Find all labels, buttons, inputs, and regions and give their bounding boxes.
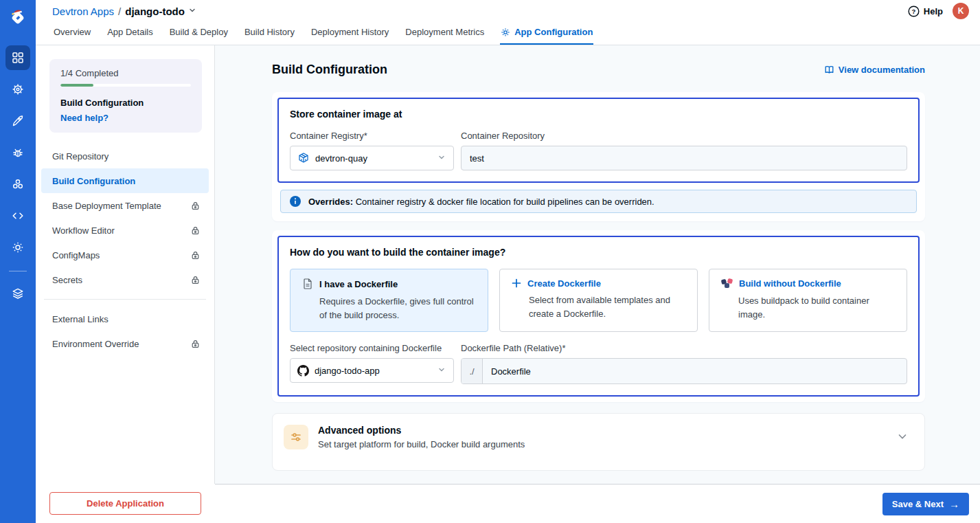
book-icon (824, 65, 834, 75)
chevron-down-icon (437, 365, 446, 377)
store-image-card: Store container image at Container Regis… (272, 92, 925, 221)
store-image-title: Store container image at (290, 109, 907, 120)
help-label: Help (924, 6, 943, 16)
build-method-title: How do you want to build the container i… (290, 247, 907, 258)
view-documentation-link[interactable]: View documentation (824, 65, 925, 75)
chevron-down-icon (437, 153, 446, 164)
app-root: Devtron Apps / django-todo ? Help K (0, 0, 980, 523)
page-footer: Delete Application Save & Next → (36, 484, 980, 523)
option-have-dockerfile[interactable]: I have a Dockerfile Requires a Dockerfil… (290, 269, 488, 332)
rail-cluster-icon[interactable] (5, 172, 30, 197)
breadcrumb-separator: / (118, 5, 121, 17)
app-switcher-chevron-icon[interactable] (187, 5, 197, 17)
banner-bold-text: Overrides: (308, 197, 353, 207)
nav-item-base-deployment-template[interactable]: Base Deployment Template (41, 193, 209, 218)
nav-item-workflow-editor[interactable]: Workflow Editor (41, 218, 209, 243)
build-method-card: How do you want to build the container i… (272, 230, 925, 402)
container-repository-label: Container Repository (461, 131, 907, 141)
dockerfile-repo-value: django-todo-app (315, 366, 380, 376)
breadcrumb-app-name: django-todo (125, 5, 185, 17)
dockerfile-path-prefix: ./ (461, 359, 483, 383)
file-icon (301, 278, 314, 290)
nav-divider (44, 299, 206, 300)
dockerfile-path-input[interactable] (483, 359, 907, 383)
advanced-options-toggle[interactable]: Advanced options Set target platform for… (272, 413, 925, 471)
tab-build-history[interactable]: Build History (244, 22, 295, 45)
tab-app-configuration[interactable]: App Configuration (500, 22, 593, 45)
top-bar: Devtron Apps / django-todo ? Help K (36, 0, 980, 45)
overrides-info-banner: Overrides: Container registry & docker f… (280, 190, 917, 213)
delete-application-button[interactable]: Delete Application (49, 492, 201, 515)
build-method-highlight-box: How do you want to build the container i… (277, 236, 920, 397)
info-icon (289, 195, 301, 208)
lock-icon (190, 339, 201, 349)
tab-deployment-history[interactable]: Deployment History (310, 22, 389, 45)
main-content: Build Configuration View documentation S… (215, 45, 980, 484)
lock-icon (190, 201, 201, 211)
banner-text: Container registry & docker file locatio… (356, 197, 654, 207)
nav-item-external-links[interactable]: External Links (41, 307, 209, 331)
container-registry-select[interactable]: devtron-quay (290, 146, 454, 170)
icon-rail (0, 0, 36, 523)
config-sidebar: 1/4 Completed Build Configuration Need h… (36, 45, 215, 484)
save-next-button[interactable]: Save & Next → (882, 493, 969, 515)
option-create-dockerfile[interactable]: Create Dockerfile Select from available … (499, 269, 698, 332)
rail-bug-icon[interactable] (5, 140, 30, 165)
svg-text:?: ? (911, 8, 915, 15)
advanced-options-subtitle: Set target platform for build, Docker bu… (318, 439, 525, 449)
dockerfile-path-field: ./ (461, 358, 907, 384)
dockerfile-repo-select[interactable]: django-todo-app (290, 358, 454, 383)
advanced-options-title: Advanced options (318, 425, 525, 436)
buildpacks-icon (720, 278, 733, 289)
page-title: Build Configuration (272, 63, 387, 77)
container-registry-value: devtron-quay (315, 153, 367, 164)
progress-fill (60, 84, 93, 87)
tab-app-details[interactable]: App Details (106, 22, 153, 45)
arrow-right-icon: → (949, 499, 959, 509)
progress-section-title: Build Configuration (60, 98, 191, 108)
progress-label: 1/4 Completed (60, 68, 191, 78)
tab-build-deploy[interactable]: Build & Deploy (169, 22, 229, 45)
nav-item-environment-override[interactable]: Environment Override (41, 331, 209, 356)
tab-deployment-metrics[interactable]: Deployment Metrics (404, 22, 485, 45)
need-help-link[interactable]: Need help? (60, 113, 191, 123)
question-icon: ? (908, 5, 920, 17)
user-avatar[interactable]: K (953, 3, 969, 19)
nav-item-configmaps[interactable]: ConfigMaps (41, 243, 209, 267)
progress-track (60, 84, 191, 87)
dockerfile-path-label: Dockerfile Path (Relative)* (461, 343, 907, 353)
advanced-options-icon (284, 425, 308, 449)
lock-icon (190, 225, 201, 236)
breadcrumb-root[interactable]: Devtron Apps (52, 5, 114, 17)
progress-card: 1/4 Completed Build Configuration Need h… (49, 59, 202, 133)
rail-grid-icon[interactable] (5, 45, 30, 70)
help-button[interactable]: ? Help (908, 5, 943, 17)
chevron-down-icon[interactable] (896, 430, 909, 445)
rail-helm-wheel-icon[interactable] (5, 77, 30, 102)
config-nav: Git Repository Build Configuration Base … (36, 144, 214, 356)
registry-cube-icon (297, 152, 310, 164)
container-repository-input[interactable] (461, 146, 907, 170)
option-build-without-dockerfile[interactable]: Build without Dockerfile Uses buildpack … (709, 269, 907, 332)
gear-icon (501, 27, 510, 37)
store-image-highlight-box: Store container image at Container Regis… (277, 98, 920, 183)
nav-item-secrets[interactable]: Secrets (41, 267, 209, 292)
container-registry-label: Container Registry* (290, 131, 454, 141)
tab-overview[interactable]: Overview (53, 22, 91, 45)
rail-stack-icon[interactable] (5, 281, 30, 306)
github-icon (297, 365, 309, 377)
repo-select-label: Select repository containing Dockerfile (290, 343, 454, 353)
nav-item-build-configuration[interactable]: Build Configuration (41, 168, 209, 193)
app-tabs: Overview App Details Build & Deploy Buil… (36, 22, 980, 45)
plus-icon (511, 278, 522, 289)
rail-rocket-icon[interactable] (5, 109, 30, 133)
lock-icon (190, 250, 201, 260)
rail-code-icon[interactable] (5, 203, 30, 228)
rail-gear-icon[interactable] (5, 235, 30, 260)
devtron-logo-icon[interactable] (0, 0, 36, 34)
rail-divider (9, 271, 27, 271)
nav-item-git-repository[interactable]: Git Repository (41, 144, 209, 168)
lock-icon (190, 275, 201, 285)
